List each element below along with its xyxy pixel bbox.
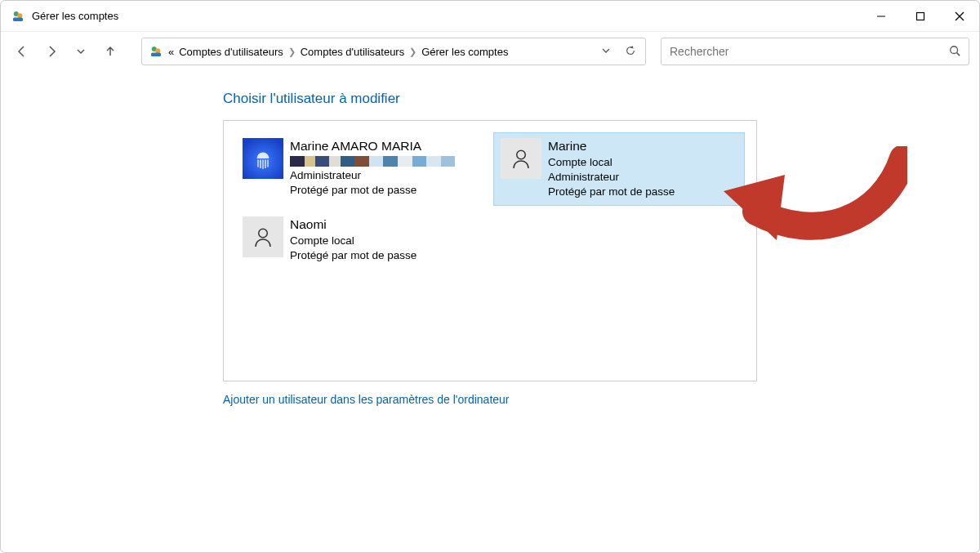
back-button[interactable]	[11, 40, 33, 63]
search-icon[interactable]	[949, 45, 960, 59]
user-name: Marine AMARO MARIA	[290, 138, 470, 155]
search-box[interactable]	[661, 38, 969, 65]
user-role: Administrateur	[290, 168, 470, 183]
user-account-type: Compte local	[548, 155, 675, 170]
section-title: Choisir l'utilisateur à modifier	[223, 91, 979, 107]
avatar	[501, 138, 541, 179]
search-input[interactable]	[670, 45, 949, 58]
user-role: Administrateur	[548, 170, 675, 185]
user-protection: Protégé par mot de passe	[548, 185, 675, 199]
add-user-link[interactable]: Ajouter un utilisateur dans les paramètr…	[223, 393, 510, 406]
svg-point-8	[155, 48, 160, 53]
user-protection: Protégé par mot de passe	[290, 183, 470, 198]
window-title: Gérer les comptes	[32, 10, 118, 22]
user-tile-1[interactable]: Marine Compte local Administrateur Proté…	[493, 132, 745, 206]
window-controls	[862, 1, 979, 32]
svg-rect-9	[151, 53, 161, 57]
user-account-type: Compte local	[290, 234, 416, 248]
breadcrumb-prefix: «	[168, 46, 174, 58]
user-tile-0[interactable]: Marine AMARO MARIA Administrateur Protég…	[235, 132, 487, 206]
user-info: Marine Compte local Administrateur Proté…	[548, 138, 675, 200]
forward-button[interactable]	[40, 40, 63, 63]
user-name: Naomi	[290, 216, 416, 234]
user-accounts-app-icon	[11, 9, 25, 24]
obscured-email	[290, 156, 470, 167]
svg-point-17	[517, 150, 526, 159]
breadcrumb-item-1[interactable]: Comptes d'utilisateurs	[301, 46, 404, 58]
user-name: Marine	[548, 138, 675, 155]
breadcrumb-item-2[interactable]: Gérer les comptes	[421, 46, 508, 58]
svg-line-11	[957, 52, 960, 56]
titlebar: Gérer les comptes	[1, 1, 979, 32]
chevron-right-icon: ❯	[288, 47, 296, 57]
minimize-button[interactable]	[862, 1, 901, 32]
svg-rect-2	[13, 17, 23, 21]
avatar	[243, 138, 283, 179]
user-tile-2[interactable]: Naomi Compte local Protégé par mot de pa…	[235, 211, 487, 269]
user-list-panel: Marine AMARO MARIA Administrateur Protég…	[223, 120, 757, 381]
maximize-button[interactable]	[901, 1, 940, 32]
up-button[interactable]	[99, 40, 122, 63]
address-dropdown-icon[interactable]	[598, 46, 614, 58]
user-protection: Protégé par mot de passe	[290, 248, 416, 263]
refresh-button[interactable]	[622, 45, 639, 59]
toolbar: « Comptes d'utilisateurs ❯ Comptes d'uti…	[1, 32, 979, 71]
breadcrumb-item-0[interactable]: Comptes d'utilisateurs	[179, 46, 283, 58]
main-content: Choisir l'utilisateur à modifier Marine …	[1, 71, 979, 406]
control-panel-icon	[149, 44, 163, 59]
recent-dropdown[interactable]	[69, 40, 92, 63]
svg-point-18	[259, 229, 268, 238]
chevron-right-icon: ❯	[409, 47, 416, 57]
svg-point-10	[951, 46, 958, 53]
close-button[interactable]	[940, 1, 979, 32]
user-info: Marine AMARO MARIA Administrateur Protég…	[290, 138, 470, 198]
address-bar[interactable]: « Comptes d'utilisateurs ❯ Comptes d'uti…	[141, 38, 646, 65]
svg-rect-4	[917, 12, 924, 20]
user-info: Naomi Compte local Protégé par mot de pa…	[290, 216, 416, 263]
avatar	[243, 216, 283, 257]
svg-point-1	[17, 13, 22, 18]
